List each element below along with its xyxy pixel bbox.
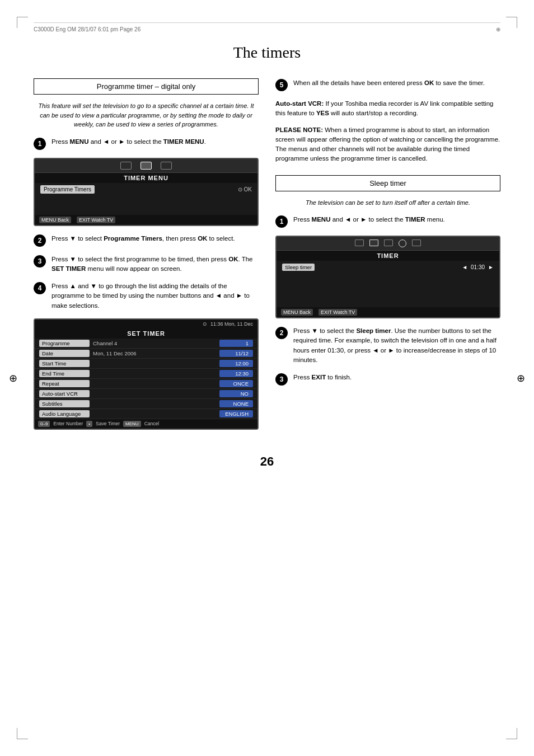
value-subtitles: NONE [219, 400, 253, 407]
registration-mark: ⊕ [496, 26, 500, 32]
auto-start-note: Auto-start VCR: If your Toshiba media re… [275, 99, 500, 119]
footer-cancel-label: Cancel [144, 421, 159, 426]
sleep-screen-footer: MENU Back EXIT Watch TV [277, 307, 499, 317]
footer-save-label: Save Timer [96, 421, 120, 426]
step-1: 1 Press MENU and ◄ or ► to select the TI… [34, 137, 259, 150]
programme-timer-header: Programme timer – digital only [34, 78, 259, 95]
footer-menu-btn: MENU [123, 421, 141, 427]
footer-back-btn: MENU Back [39, 217, 71, 223]
programme-timer-description: This feature will set the television to … [34, 101, 259, 129]
timer-menu-spacer [35, 196, 257, 213]
sleep-step-3: 3 Press EXIT to finish. [275, 373, 500, 386]
step-1-text: Press MENU and ◄ or ► to select the TIME… [51, 137, 206, 147]
sleep-icon-4 [412, 240, 421, 246]
step-5-circle: 5 [275, 79, 288, 91]
footer-enter-label: Enter Number [53, 421, 83, 426]
sleep-screen-icons [277, 237, 499, 251]
sleep-step-1-circle: 1 [275, 215, 288, 228]
icon-timer-sel [140, 162, 152, 170]
set-timer-row-start: Start Time 12:00 [35, 359, 257, 369]
step-2: 2 Press ▼ to select Programme Timers, th… [34, 234, 259, 247]
label-end-time: End Time [39, 370, 90, 377]
step-3-circle: 3 [34, 255, 46, 267]
set-timer-row-subtitles: Subtitles NONE [35, 399, 257, 409]
timer-menu-screen: TIMER MENU Programme Timers ⊙ OK MENU Ba… [34, 158, 259, 226]
step-2-text: Press ▼ to select Programme Timers, then… [51, 234, 235, 243]
set-timer-time: 11:36 Mon, 11 Dec [210, 321, 253, 327]
please-note: PLEASE NOTE: When a timed programme is a… [275, 125, 500, 164]
value-date-text: Mon, 11 Dec 2006 [90, 350, 219, 356]
value-channel: Channel 4 [90, 340, 219, 346]
left-column: Programme timer – digital only This feat… [34, 78, 259, 438]
sleep-step-2-text: Press ▼ to select the Sleep timer. Use t… [293, 326, 500, 365]
page-number: 26 [34, 454, 500, 469]
step-2-circle: 2 [34, 234, 46, 247]
step-3-text: Press ▼ to select the first programme to… [51, 255, 259, 274]
timer-menu-icons [35, 159, 257, 173]
sleep-step-1: 1 Press MENU and ◄ or ► to select the TI… [275, 215, 500, 228]
sleep-timer-screen: TIMER Sleep timer ◄ 01:30 ► MENU Back EX… [275, 236, 500, 318]
value-start-time: 12:00 [219, 360, 253, 367]
set-timer-title: SET TIMER [35, 328, 257, 339]
label-date: Date [39, 350, 90, 357]
sleep-step-2: 2 Press ▼ to select the Sleep timer. Use… [275, 326, 500, 365]
set-timer-screen: ⊙ 11:36 Mon, 11 Dec SET TIMER Programme … [34, 318, 259, 430]
sleep-row-label: Sleep timer [282, 264, 315, 271]
set-timer-footer: 0–9 Enter Number • Save Timer MENU Cance… [35, 419, 257, 429]
set-timer-row-programme: Programme Channel 4 1 [35, 339, 257, 349]
sleep-screen-spacer [277, 274, 499, 296]
footer-watch-btn: EXIT Watch TV [77, 217, 115, 223]
label-audio: Audio Language [39, 410, 90, 417]
set-timer-row-date: Date Mon, 11 Dec 2006 11/12 [35, 349, 257, 359]
step-4-circle: 4 [34, 282, 46, 294]
sleep-icon-clock [399, 240, 406, 247]
step-5-text: When all the details have been entered p… [293, 78, 485, 88]
label-vcr: Auto-start VCR [39, 390, 90, 397]
sleep-step-1-text: Press MENU and ◄ or ► to select the TIME… [293, 215, 445, 224]
label-subtitles: Subtitles [39, 400, 90, 407]
set-timer-header: ⊙ 11:36 Mon, 11 Dec [35, 320, 257, 328]
set-timer-clock-icon: ⊙ [203, 321, 207, 327]
icon-home [120, 162, 132, 170]
sleep-timer-header: Sleep timer [275, 175, 500, 191]
sleep-screen-row: Sleep timer ◄ 01:30 ► [277, 261, 499, 274]
value-audio: ENGLISH [219, 410, 253, 417]
file-reference: C3000D Eng OM 28/1/07 6:01 pm Page 26 [34, 26, 140, 32]
timer-menu-footer: MENU Back EXIT Watch TV [35, 215, 257, 225]
reg-mark-left: ⊕ [9, 372, 17, 384]
set-timer-row-repeat: Repeat ONCE [35, 379, 257, 389]
step-4-text: Press ▲ and ▼ to go through the list add… [51, 281, 259, 311]
value-programme-num: 1 [219, 340, 253, 347]
sleep-icon-3 [384, 240, 393, 246]
sleep-icon-1 [355, 240, 364, 246]
step-3: 3 Press ▼ to select the first programme … [34, 255, 259, 274]
sleep-step-2-circle: 2 [275, 327, 288, 339]
timer-menu-ok: ⊙ OK [238, 186, 252, 192]
sleep-arrow-left: ◄ [462, 264, 467, 270]
sleep-value: 01:30 [471, 264, 485, 270]
label-programme: Programme [39, 340, 90, 347]
step-1-circle: 1 [34, 138, 46, 150]
footer-save-btn: • [86, 421, 92, 427]
value-date-num: 11/12 [219, 350, 253, 357]
sleep-screen-title: TIMER [277, 251, 499, 261]
timer-menu-title: TIMER MENU [35, 173, 257, 183]
set-timer-row-end: End Time 12:30 [35, 369, 257, 379]
sleep-timer-description: The television can be set to turn itself… [275, 198, 500, 208]
page-title: The timers [34, 44, 500, 62]
sleep-footer-watch: EXIT Watch TV [318, 309, 357, 316]
value-vcr: NO [219, 390, 253, 397]
set-timer-row-vcr: Auto-start VCR NO [35, 389, 257, 399]
right-column: 5 When all the details have been entered… [275, 78, 500, 438]
sleep-icon-2 [369, 240, 378, 246]
label-repeat: Repeat [39, 380, 90, 387]
value-repeat: ONCE [219, 380, 253, 387]
sleep-footer-back: MENU Back [281, 309, 313, 316]
header-info: C3000D Eng OM 28/1/07 6:01 pm Page 26 ⊕ [34, 22, 500, 32]
timer-menu-row-label: Programme Timers [40, 185, 95, 194]
timer-menu-row: Programme Timers ⊙ OK [35, 183, 257, 196]
sleep-arrow-right: ► [488, 264, 494, 270]
sleep-step-3-text: Press EXIT to finish. [293, 373, 352, 382]
sleep-nav: ◄ 01:30 ► [462, 264, 494, 270]
value-end-time: 12:30 [219, 370, 253, 377]
